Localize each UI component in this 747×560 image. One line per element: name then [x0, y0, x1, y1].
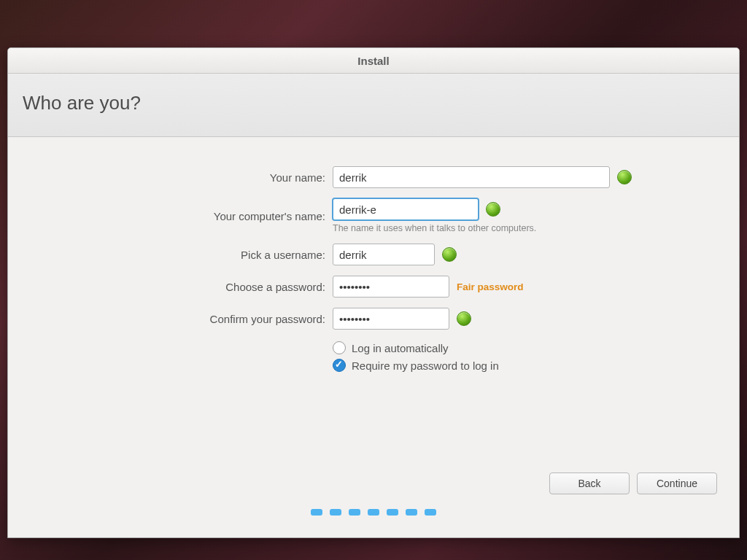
- check-ok-icon: [486, 202, 500, 217]
- computer-name-label: Your computer's name:: [30, 210, 325, 222]
- progress-dot: [406, 509, 417, 516]
- username-input[interactable]: [333, 244, 435, 265]
- login-require-label: Require my password to log in: [352, 359, 499, 372]
- password-strength-label: Fair password: [457, 281, 524, 292]
- titlebar: Install: [8, 48, 739, 74]
- login-auto-label: Log in automatically: [352, 342, 449, 354]
- check-ok-icon: [442, 247, 457, 262]
- radio-checked-icon: [333, 359, 346, 372]
- page-title: Who are you?: [23, 92, 724, 114]
- page-header: Who are you?: [8, 74, 739, 137]
- content-area: Your name: Your computer's name: The nam…: [8, 137, 739, 537]
- installer-window: Install Who are you? Your name: Your com…: [7, 47, 740, 538]
- back-button[interactable]: Back: [549, 472, 630, 494]
- footer-buttons: Back Continue: [30, 465, 717, 509]
- confirm-password-input[interactable]: [333, 308, 449, 330]
- check-ok-icon: [457, 311, 471, 326]
- user-form: Your name: Your computer's name: The nam…: [30, 166, 717, 372]
- window-title: Install: [357, 55, 389, 67]
- progress-dot: [387, 509, 398, 516]
- progress-indicator: [30, 509, 717, 523]
- computer-name-input[interactable]: [333, 198, 479, 220]
- name-input[interactable]: [333, 166, 610, 188]
- progress-dot: [425, 509, 436, 516]
- login-require-option[interactable]: Require my password to log in: [333, 359, 717, 372]
- computer-name-hint: The name it uses when it talks to other …: [333, 223, 717, 233]
- confirm-password-label: Confirm your password:: [30, 313, 325, 325]
- progress-dot: [349, 509, 360, 516]
- radio-unchecked-icon: [333, 341, 346, 354]
- login-auto-option[interactable]: Log in automatically: [333, 341, 717, 354]
- progress-dot: [368, 509, 379, 516]
- name-label: Your name:: [30, 171, 325, 184]
- login-options: Log in automatically Require my password…: [333, 341, 717, 372]
- progress-dot: [311, 509, 322, 516]
- continue-button[interactable]: Continue: [637, 472, 717, 494]
- password-label: Choose a password:: [30, 281, 325, 293]
- check-ok-icon: [617, 170, 632, 184]
- progress-dot: [330, 509, 341, 516]
- username-label: Pick a username:: [30, 249, 325, 261]
- password-input[interactable]: [333, 276, 449, 298]
